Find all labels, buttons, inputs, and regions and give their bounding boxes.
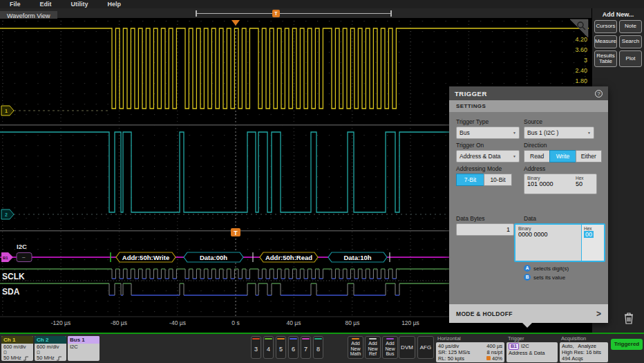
channel-bandwidth-row: 50 MHz bbox=[37, 355, 64, 361]
acq-count: 494 Acqs bbox=[562, 355, 583, 362]
record-length: RL: 50 kpts bbox=[438, 355, 464, 362]
channel-badge-body: I2C bbox=[68, 344, 100, 351]
horizontal-span: 400 µs bbox=[486, 343, 502, 349]
data-bytes-label: Data Bytes bbox=[456, 215, 524, 222]
horizontal-overview-bar[interactable]: T bbox=[196, 10, 392, 17]
menu-utility[interactable]: Utility bbox=[61, 0, 98, 8]
add-new-note-button[interactable]: Note bbox=[619, 20, 642, 33]
add-new-bus-button[interactable]: Add New Bus bbox=[382, 336, 398, 359]
channel-3-button[interactable]: 3 bbox=[251, 336, 261, 359]
channel-5-button[interactable]: 5 bbox=[276, 336, 286, 359]
data-field[interactable]: Binary 0000 0000 Hex 00 bbox=[514, 223, 605, 262]
tab-settings[interactable]: SETTINGS bbox=[449, 100, 608, 112]
decode-box-label: Data:10h bbox=[343, 254, 371, 261]
direction-write-button[interactable]: Write bbox=[549, 150, 576, 162]
digital-step-icon bbox=[23, 356, 29, 361]
add-new-search-button[interactable]: Search bbox=[619, 35, 642, 48]
horizontal-scale: 40 µs/div bbox=[438, 343, 459, 349]
data-binary-value[interactable]: 0000 0000 bbox=[518, 231, 578, 238]
trigger-dialog-title: TRIGGER bbox=[455, 90, 487, 97]
menu-file[interactable]: File bbox=[0, 0, 30, 8]
trigger-type-dropdown[interactable]: Bus ▼ bbox=[456, 127, 520, 139]
overview-right-cap bbox=[390, 10, 392, 17]
add-new-cursors-button[interactable]: Cursors bbox=[594, 20, 617, 33]
channel-7-button[interactable]: 7 bbox=[301, 336, 311, 359]
trigger-panel[interactable]: Trigger B1I2C Address & Data bbox=[506, 335, 558, 362]
trigger-dialog-body: Trigger Type Source Bus ▼ Bus 1 (I2C ) ▼ bbox=[449, 112, 608, 281]
direction-read-button[interactable]: Read bbox=[524, 150, 550, 162]
trigger-bus: I2C bbox=[521, 343, 529, 350]
knob-a-icon: A bbox=[524, 265, 531, 272]
time-label: -120 µs bbox=[51, 319, 71, 326]
time-label: 40 µs bbox=[287, 319, 301, 326]
direction-label: Direction bbox=[524, 142, 601, 149]
source-value: Bus 1 (I2C ) bbox=[527, 129, 558, 136]
dvm-button[interactable]: DVM bbox=[399, 336, 415, 359]
svg-text:2: 2 bbox=[5, 212, 8, 217]
channel-6-button[interactable]: 6 bbox=[288, 336, 299, 359]
acquisition-panel[interactable]: Acquisition Auto, Analyze High Res: 16 b… bbox=[560, 335, 608, 362]
acq-resolution: High Res: 16 bits bbox=[562, 349, 601, 355]
channel-scale: I2C bbox=[70, 344, 97, 350]
rp-row: MeasureSearch bbox=[592, 35, 644, 48]
add-new-title: Add New... bbox=[592, 11, 644, 18]
addressing-10-bit-button[interactable]: 10-Bit bbox=[484, 174, 512, 186]
chevron-down-icon: ▼ bbox=[513, 154, 516, 158]
scale-label: 3 bbox=[584, 57, 587, 64]
channel-badge-body: 600 m/divΩ50 MHz bbox=[35, 344, 66, 361]
add-new-measure-button[interactable]: Measure bbox=[594, 35, 617, 48]
add-button-label: Add New Bus bbox=[385, 339, 395, 358]
address-hex-value[interactable]: 50 bbox=[576, 180, 594, 187]
horizontal-panel[interactable]: Horizontal 40 µs/div400 µs SR: 125 MS/s8… bbox=[436, 335, 504, 362]
chevron-down-icon: ▼ bbox=[587, 131, 591, 135]
time-label: 0 s bbox=[231, 319, 239, 326]
trigger-on-dropdown[interactable]: Address & Data ▼ bbox=[456, 150, 520, 162]
sclk-label: SCLK bbox=[2, 272, 25, 281]
bus-name-label: I2C bbox=[17, 243, 27, 250]
add-new-math-button[interactable]: Add New Math bbox=[348, 336, 363, 359]
channel-badge-ch1[interactable]: Ch 1600 m/divΩ50 MHz bbox=[1, 336, 33, 361]
decode-box-label: Addr:50h:Write bbox=[122, 254, 169, 261]
settings-bar: Ch 1600 m/divΩ50 MHzCh 2600 m/divΩ50 MHz… bbox=[0, 333, 644, 363]
menu-help[interactable]: Help bbox=[98, 0, 131, 8]
add-new-plot-button[interactable]: Plot bbox=[619, 50, 642, 67]
address-field[interactable]: Binary 101 0000 Hex 50 bbox=[524, 174, 597, 194]
knob-hint-text: sets its value bbox=[533, 274, 565, 281]
trigger-position-marker[interactable]: T bbox=[272, 10, 280, 17]
help-icon[interactable]: ? bbox=[595, 90, 603, 97]
afg-button[interactable]: AFG bbox=[417, 336, 434, 359]
trigger-dialog-header[interactable]: TRIGGER ? bbox=[449, 86, 608, 100]
svg-text:–: – bbox=[22, 254, 26, 260]
source-dropdown[interactable]: Bus 1 (I2C ) ▼ bbox=[524, 127, 594, 139]
address-binary-value[interactable]: 101 0000 bbox=[527, 180, 576, 187]
expansion-percent: 40% bbox=[486, 355, 502, 362]
time-label: -40 µs bbox=[169, 319, 186, 326]
channel-4-button[interactable]: 4 bbox=[263, 336, 274, 359]
direction-either-button[interactable]: Either bbox=[576, 150, 602, 162]
data-hex-value[interactable]: 00 bbox=[584, 231, 594, 238]
bus1-badge: B1 bbox=[509, 343, 519, 350]
address-label: Address bbox=[524, 165, 601, 172]
knob-hint-text: selects digit(s) bbox=[533, 266, 569, 272]
triggered-status-badge: Triggered bbox=[611, 339, 643, 350]
rp-row: CursorsNote bbox=[592, 20, 644, 33]
data-bytes-input[interactable]: 1 bbox=[456, 223, 514, 236]
mode-holdoff-bar[interactable]: MODE & HOLDOFF > bbox=[449, 304, 608, 323]
dialog-pointer bbox=[522, 322, 533, 328]
add-new-ref-button[interactable]: Add New Ref bbox=[365, 336, 381, 359]
trash-icon[interactable] bbox=[623, 311, 635, 325]
menu-edit[interactable]: Edit bbox=[30, 0, 61, 8]
channel-badge-bus1[interactable]: Bus 1I2C bbox=[68, 336, 100, 361]
channel-number: 8 bbox=[316, 339, 320, 358]
add-new-results-table-button[interactable]: Results Table bbox=[594, 50, 617, 67]
channel-badge-ch2[interactable]: Ch 2600 m/divΩ50 MHz bbox=[35, 336, 66, 361]
channel-number: 4 bbox=[267, 339, 270, 358]
channel-8-button[interactable]: 8 bbox=[313, 336, 323, 359]
trigger-on-label: Trigger On bbox=[456, 142, 524, 149]
time-label: -80 µs bbox=[111, 319, 127, 326]
channel-badge-header: Ch 1 bbox=[1, 336, 33, 344]
trigger-on-value: Address & Data bbox=[460, 153, 501, 160]
trigger-dialog: TRIGGER ? SETTINGS Trigger Type Source B… bbox=[449, 86, 608, 323]
tab-bar: Waveform View T bbox=[0, 8, 591, 19]
addressing-7-bit-button[interactable]: 7-Bit bbox=[456, 174, 484, 186]
